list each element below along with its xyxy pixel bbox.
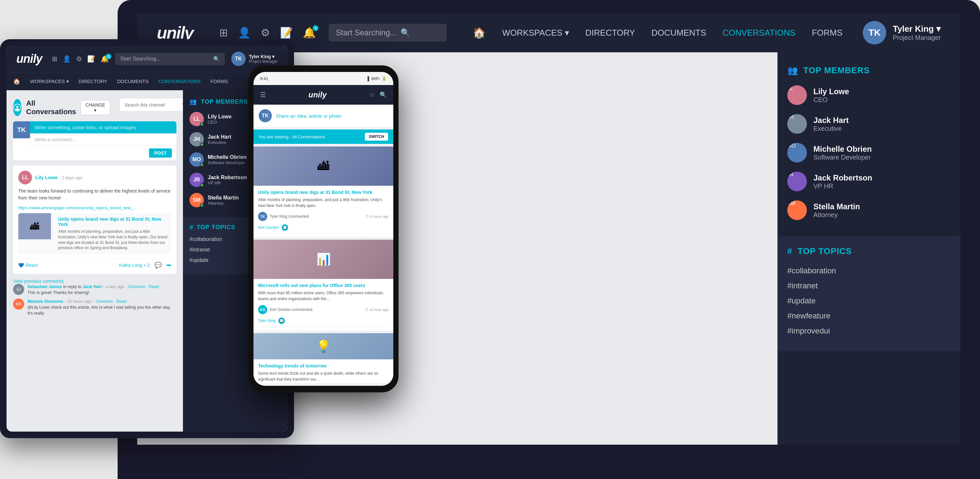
laptop-member-jackr-role: VP HR	[813, 182, 872, 190]
laptop-member-jackr: JR Jack RobertsonVP HR	[787, 172, 951, 191]
tablet-search-icon: 🔍	[213, 56, 220, 62]
phone-wifi-icon: WiFi	[371, 76, 380, 81]
tablet-nav-icons: ⊞ 👤 ⚙ 📝 🔔 8	[52, 55, 109, 63]
laptop-member-jackr-name: Jack Robertson	[813, 173, 872, 182]
tablet-edit-icon: 📝	[87, 55, 95, 63]
laptop-nav-documents[interactable]: DOCUMENTS	[651, 28, 706, 38]
laptop-nav-workspaces[interactable]: WORKSPACES ▾	[502, 28, 569, 38]
tablet-member-stella-avatar: SM	[189, 193, 204, 207]
laptop-member-jackr-avatar: JR	[787, 172, 807, 191]
tablet-post-1-footer: 💙 React Kathy Long + 2 💬 ➡	[18, 258, 171, 269]
comment-icon-1: 💬	[154, 262, 162, 269]
laptop-user-info: Tyler King ▾ Project Manager	[893, 24, 941, 42]
phone-status-icons: ▐ WiFi 🔋	[366, 76, 387, 81]
tablet-post-button[interactable]: POST	[149, 148, 172, 158]
tablet-member-jackr-online	[200, 183, 204, 187]
phone-post-1-react-btn[interactable]: 👍 REACT	[258, 236, 323, 237]
tablet-main: All Conversations CHANGE ▾ 🔍 TK Write so…	[6, 90, 183, 431]
phone-post-3-title: Technology trends of tomorrow	[258, 363, 389, 369]
tablet-home-icon[interactable]: 🏠	[13, 78, 20, 85]
tablet-comment-1-comment-link[interactable]: Comment	[128, 284, 145, 289]
phone-post-2-view-btn[interactable]: 💬 VIEW	[324, 330, 389, 330]
tablet-post-1-link[interactable]: https://www.articlespage.com/story/unily…	[18, 205, 137, 210]
tablet-subnav-directory[interactable]: DIRECTORY	[79, 78, 108, 84]
tablet-comments: View previous comments SJ Sebastian Jame…	[13, 279, 177, 316]
phone-post-1-view-btn[interactable]: 💬 VIEW	[324, 236, 389, 237]
tablet-post-1-header: LL Lily Lowe - 2 days ago	[18, 171, 171, 184]
laptop-member-michelle-name: Michelle Obrien	[813, 145, 872, 154]
tablet-subnav-workspaces[interactable]: WORKSPACES ▾	[30, 78, 69, 85]
heart-icon: 💙	[18, 263, 24, 268]
phone-post-1-commenter-link: Kim Gordon 💬	[258, 224, 389, 231]
phone-post-1-bubble: 💬	[282, 224, 288, 231]
settings-icon: ⚙	[261, 27, 270, 39]
laptop-nav-links: 🏠 WORKSPACES ▾ DIRECTORY DOCUMENTS CONVE…	[473, 27, 863, 39]
laptop-user-role: Project Manager	[893, 34, 941, 42]
tablet-member-lily-role: CEO	[208, 120, 232, 125]
tablet-bell-badge: 🔔 8	[100, 55, 109, 63]
tablet-composer-top: Write something, paste links, or upload …	[30, 121, 177, 133]
tablet-subnav-conversations[interactable]: CONVERSATIONS	[158, 78, 200, 84]
tablet-react-button[interactable]: 💙 React	[18, 263, 38, 268]
tablet-conversations-icon	[13, 99, 22, 116]
tablet-member-stella-online	[200, 203, 204, 207]
tablet-member-lily-name: Lily Lowe	[208, 114, 232, 120]
tablet-post-1-time: - 2 days ago	[59, 175, 83, 180]
phone-post-3-img: 💡	[253, 333, 393, 359]
phone-share-avatar: TK	[259, 109, 272, 122]
tablet-comment-1-avatar: SJ	[13, 284, 24, 295]
phone-post-1-kim-link[interactable]: Kim Gordon	[258, 225, 279, 230]
phone-star-icon[interactable]: ☆	[369, 91, 374, 98]
tablet-kathy-link[interactable]: Kathy Long + 2	[119, 263, 150, 268]
laptop-member-lily-avatar: LL	[787, 85, 807, 105]
laptop-member-stella-name: Stella Martin	[813, 202, 860, 211]
tablet-badge-count: 8	[105, 54, 111, 59]
laptop-nav-forms[interactable]: FORMS	[812, 28, 843, 38]
tablet-comment-2-react-link[interactable]: React	[116, 299, 126, 304]
phone-switch-button[interactable]: SWITCH	[365, 133, 388, 141]
tablet-content: All Conversations CHANGE ▾ 🔍 TK Write so…	[6, 90, 288, 431]
phone-post-2-tyler-link[interactable]: Tyler King	[258, 318, 275, 323]
phone-post-1-meta: TK Tyler King commented ⏱ 6 hours ago	[258, 212, 389, 221]
tablet-change-button[interactable]: CHANGE ▾	[81, 100, 110, 115]
laptop-nav-conversations[interactable]: CONVERSATIONS	[722, 28, 795, 38]
phone-search-icon[interactable]: 🔍	[380, 91, 387, 98]
tablet-search-input[interactable]	[125, 102, 182, 108]
phone-device: 9:41 ▐ WiFi 🔋 ☰ unily ☆ 🔍	[248, 65, 399, 392]
tablet-comment-1-react-link[interactable]: React	[149, 284, 159, 289]
laptop-nav-directory[interactable]: DIRECTORY	[585, 28, 635, 38]
tablet-post-1-preview-img: 🏙	[18, 213, 51, 240]
laptop-user-avatar: TK	[863, 21, 886, 45]
bell-icon: 🔔8	[303, 27, 316, 39]
tablet-user-role: Project Manager	[249, 59, 278, 64]
tablet-member-michelle-role: Software Developer	[208, 160, 247, 165]
tablet-subnav-documents[interactable]: DOCUMENTS	[117, 78, 149, 84]
tablet-view-comments[interactable]: View previous comments	[13, 279, 177, 284]
tablet-member-jack-avatar: JH	[189, 132, 204, 147]
tablet-search[interactable]: Start Searching... 🔍	[115, 53, 225, 65]
phone-post-1-img: 🏙	[253, 147, 393, 186]
laptop-search[interactable]: Start Searching... 🔍	[329, 24, 447, 42]
laptop-top-topics-title: # TOP TOPICS	[787, 246, 951, 256]
phone-share-bar[interactable]: TK Share an idea, article or photo	[253, 105, 393, 127]
tablet-subnav-forms[interactable]: FORMS	[210, 78, 228, 84]
tablet-comment-2-comment-link[interactable]: Comment	[96, 299, 113, 304]
laptop-member-stella: SM Stella MartinAttorney	[787, 200, 951, 220]
laptop-top-members-title: 👥 TOP MEMBERS	[787, 65, 951, 75]
phone-post-2-react-btn[interactable]: 👍 REACT	[258, 330, 323, 330]
phone-post-1-title: Unily opens brand new digs at 31 Bond St…	[258, 190, 389, 195]
tablet-conv-title: All Conversations	[26, 99, 76, 116]
laptop-member-michelle-avatar: MO	[787, 143, 807, 163]
tablet-member-stella-name: Stella Martin	[208, 195, 239, 201]
tablet-composer-input[interactable]: Write a comment...	[30, 133, 177, 146]
laptop-member-jack: JH Jack HartExecutive	[787, 114, 951, 134]
phone-post-1-text: After months of planning, preparation, a…	[258, 197, 389, 209]
laptop-nav-user: TK Tyler King ▾ Project Manager	[863, 21, 941, 45]
tablet-member-michelle-online	[200, 163, 204, 167]
phone-post-2: 📊 Microsoft rolls out new plans for Offi…	[253, 240, 393, 330]
tablet-search-channel[interactable]: 🔍	[119, 98, 183, 112]
laptop-member-stella-avatar: SM	[787, 200, 807, 220]
phone-menu-icon[interactable]: ☰	[260, 91, 266, 99]
phone-post-2-commenter: Kim Gordon commented	[270, 307, 362, 312]
home-icon[interactable]: 🏠	[473, 27, 486, 39]
